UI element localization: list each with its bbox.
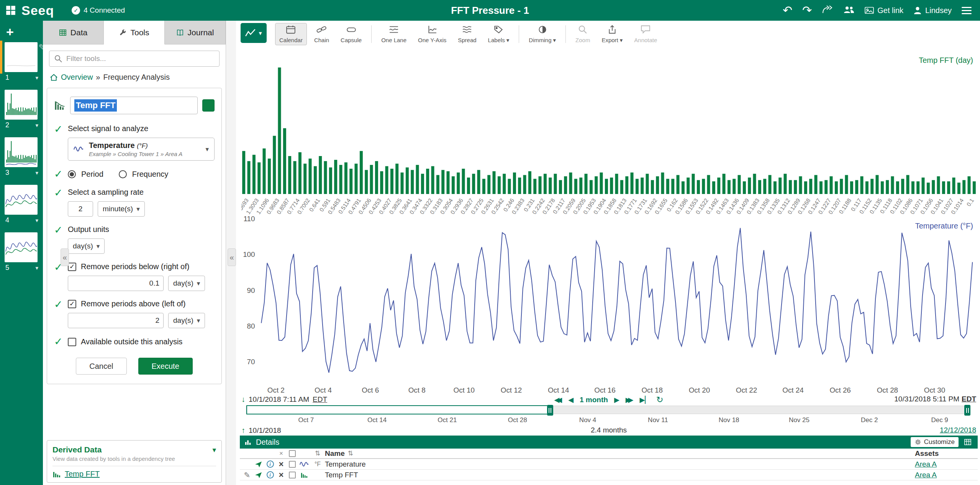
signal-icon <box>74 145 84 153</box>
customize-button[interactable]: Customize <box>911 437 959 447</box>
undo-icon[interactable]: ↶ <box>783 5 792 16</box>
chevron-down-icon[interactable]: ▾ <box>35 265 38 271</box>
remove-above-checkbox[interactable]: ✓ <box>68 300 76 308</box>
sampling-rate-label: Select a sampling rate <box>68 188 215 197</box>
worksheet-thumbnail[interactable]: ✎ <box>5 42 38 72</box>
remove-below-unit-dropdown[interactable]: day(s) ▾ <box>168 276 205 291</box>
row-checkbox[interactable] <box>289 461 296 468</box>
derived-data-panel: Derived Data ▾ View data created by tool… <box>47 440 222 483</box>
view-selector-button[interactable]: ▾ <box>241 23 267 43</box>
select-all-checkbox[interactable] <box>289 450 296 457</box>
remove-item-icon[interactable]: × <box>279 460 284 469</box>
toolbar-button-one-y-axis[interactable]: One Y-Axis <box>414 23 451 45</box>
toolbar-button-capsule[interactable]: Capsule <box>336 23 366 45</box>
remove-above-unit-dropdown[interactable]: day(s) ▾ <box>168 313 205 328</box>
frequency-radio[interactable] <box>119 170 127 178</box>
remove-item-icon[interactable]: × <box>279 471 284 479</box>
range-end-timezone-link[interactable]: EDT <box>962 395 976 403</box>
execute-button[interactable]: Execute <box>138 358 193 375</box>
color-swatch-button[interactable] <box>202 99 215 112</box>
range-duration-button[interactable]: 1 month <box>580 396 608 404</box>
breadcrumb-overview-link[interactable]: Overview <box>61 73 93 82</box>
toolbar-button-one-lane[interactable]: One Lane <box>377 23 411 45</box>
toolbar-button-export[interactable]: Export ▾ <box>597 23 627 45</box>
row-checkbox[interactable] <box>289 472 296 478</box>
worksheet-number-row: 4▾ <box>5 216 38 224</box>
worksheet-thumbnail[interactable] <box>5 185 38 215</box>
sampling-unit-dropdown[interactable]: minute(s) ▾ <box>98 201 145 217</box>
chevron-down-icon[interactable]: ▾ <box>35 122 38 129</box>
toolbar-button-labels[interactable]: Labels ▾ <box>484 23 514 45</box>
collapse-tools-panel-handle[interactable]: « <box>228 248 236 266</box>
refresh-icon[interactable]: ↻ <box>656 395 663 405</box>
add-worksheet-button[interactable]: + <box>6 25 20 39</box>
step-back-full-icon[interactable]: ◀◀ <box>554 396 562 404</box>
toolbar-button-calendar[interactable]: Calendar <box>275 23 307 45</box>
asset-link[interactable]: Area A <box>915 471 937 479</box>
investigate-start-arrow-icon: ↑ <box>241 426 245 435</box>
chevron-down-icon[interactable]: ▾ <box>35 74 38 81</box>
step-forward-full-icon[interactable]: ▶▶ <box>626 396 634 404</box>
get-link-button[interactable]: Get link <box>865 6 903 15</box>
step-to-end-icon[interactable]: ▶▏ <box>639 396 650 404</box>
timeline-tick-label: Oct 14 <box>367 416 387 424</box>
step-back-half-icon[interactable]: ◀ <box>568 396 574 404</box>
temperature-chart[interactable]: 110100908070Oct 2Oct 4Oct 6Oct 8Oct 10Oc… <box>237 212 977 398</box>
period-radio[interactable] <box>68 170 76 178</box>
send-to-icon[interactable] <box>253 461 264 468</box>
worksheet-thumbnail[interactable] <box>5 137 38 167</box>
table-row[interactable]: ✎i×Temp FFTArea A <box>240 470 978 480</box>
worksheet-thumbnail[interactable] <box>5 90 38 120</box>
timeline-track[interactable] <box>246 406 970 414</box>
derived-data-item[interactable]: Temp FFT <box>52 470 216 478</box>
investigate-end-link[interactable]: 12/12/2018 <box>940 426 976 434</box>
tab-tools[interactable]: Tools <box>104 21 165 44</box>
edit-item-icon[interactable]: ✎ <box>244 470 251 480</box>
derived-item-link[interactable]: Temp FFT <box>65 470 100 478</box>
toolbar-button-chain[interactable]: Chain <box>310 23 333 45</box>
chevron-down-icon[interactable]: ▾ <box>35 217 38 224</box>
remove-all-icon[interactable]: × <box>276 450 287 457</box>
tool-name-input[interactable]: Temp FFT <box>70 97 198 114</box>
timeline-selection-grip[interactable] <box>547 405 553 416</box>
timeline-end-grip[interactable] <box>964 405 970 416</box>
worksheet-thumbnail[interactable] <box>5 232 38 262</box>
toolbar-button-spread[interactable]: Spread <box>454 23 480 45</box>
toolbar-button-dimming[interactable]: Dimming ▾ <box>524 23 560 45</box>
sampling-rate-input[interactable] <box>68 201 93 217</box>
users-icon[interactable] <box>843 5 855 16</box>
range-start-timezone-link[interactable]: EDT <box>313 395 327 404</box>
sort-icon[interactable]: ⇅ <box>310 449 325 457</box>
table-row[interactable]: i×°FTemperatureArea A <box>240 459 978 470</box>
redo-icon[interactable]: ↷ <box>802 5 812 16</box>
cancel-button[interactable]: Cancel <box>76 358 126 375</box>
filter-tools-input[interactable] <box>49 51 220 67</box>
info-icon[interactable]: i <box>267 471 274 478</box>
home-icon[interactable] <box>50 74 58 81</box>
send-to-icon[interactable] <box>253 472 264 478</box>
remove-below-input[interactable] <box>68 276 164 291</box>
name-column-header[interactable]: Name <box>325 449 345 458</box>
tab-journal[interactable]: Journal <box>165 21 226 44</box>
output-unit-dropdown[interactable]: day(s) ▾ <box>68 238 105 254</box>
connection-status[interactable]: ✓ 4 Connected <box>72 6 125 15</box>
timeline-selection[interactable] <box>246 405 550 414</box>
table-view-icon[interactable] <box>962 437 973 447</box>
collapse-worksheet-panel-handle[interactable]: « <box>61 248 69 266</box>
fast-forward-icon[interactable] <box>822 5 833 16</box>
tab-data[interactable]: Data <box>43 21 104 44</box>
hamburger-menu-icon[interactable] <box>962 7 972 14</box>
remove-below-checkbox[interactable]: ✓ <box>68 263 76 271</box>
user-menu[interactable]: Lindsey <box>913 6 952 15</box>
signal-dropdown[interactable]: Temperature (°F) Example » Cooling Tower… <box>68 138 215 161</box>
chevron-down-icon[interactable]: ▾ <box>35 169 38 176</box>
info-icon[interactable]: i <box>267 460 274 468</box>
assets-column-header: Assets <box>915 449 976 458</box>
asset-link[interactable]: Area A <box>915 460 937 469</box>
chevron-down-icon[interactable]: ▾ <box>212 446 216 454</box>
sort-icon[interactable]: ⇅ <box>348 449 353 457</box>
apps-grid-icon[interactable] <box>0 5 21 15</box>
step-forward-half-icon[interactable]: ▶ <box>614 396 619 404</box>
remove-above-input[interactable] <box>68 313 164 328</box>
available-outside-checkbox[interactable] <box>68 338 76 346</box>
